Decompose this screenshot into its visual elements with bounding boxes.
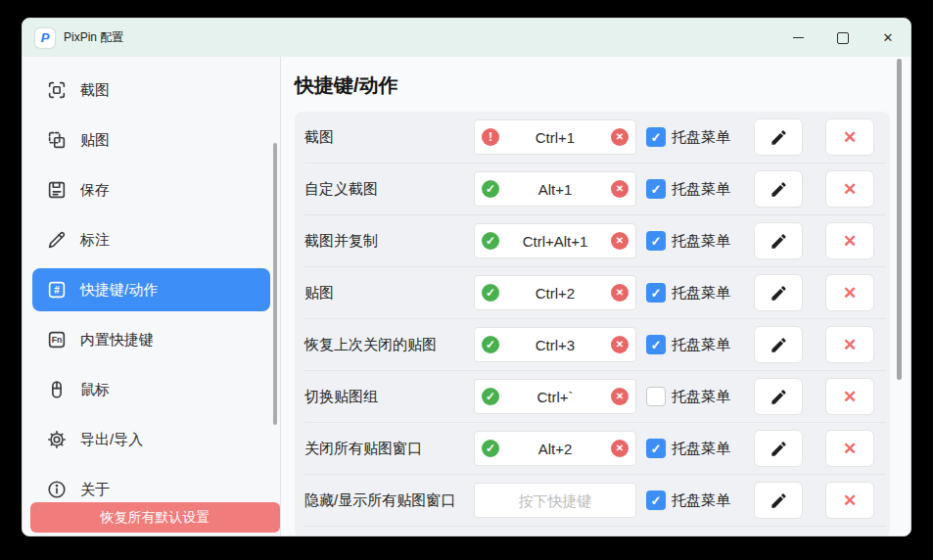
sidebar-item-annotate[interactable]: 标注 <box>32 218 270 261</box>
hotkey-row: 自定义截图 托盘菜单 <box>304 163 886 215</box>
tray-menu-option: 托盘菜单 <box>646 283 740 303</box>
sidebar: 截图 贴图 保存 标注 # 快捷键/动作 Fn 内置快捷键 鼠标 导出/导入 关… <box>23 57 281 537</box>
clear-hotkey-icon[interactable] <box>611 388 629 405</box>
tray-menu-label: 托盘菜单 <box>672 284 730 303</box>
tray-menu-checkbox[interactable] <box>646 179 666 199</box>
sidebar-item-label: 标注 <box>80 231 110 250</box>
main-scrollbar-thumb[interactable] <box>897 59 902 380</box>
svg-text:#: # <box>54 285 60 296</box>
sidebar-item-label: 关于 <box>80 481 110 499</box>
minimize-icon <box>793 37 804 38</box>
pencil-icon <box>770 440 788 458</box>
tray-menu-label: 托盘菜单 <box>672 180 730 199</box>
tray-menu-checkbox[interactable] <box>646 387 666 406</box>
hotkey-row: 切换贴图组 托盘菜单 <box>304 371 886 423</box>
tray-menu-option: 托盘菜单 <box>646 179 740 199</box>
edit-hotkey-button[interactable] <box>754 274 803 311</box>
hotkey-status-icon <box>482 388 499 405</box>
mouse-icon <box>46 379 68 400</box>
edit-hotkey-button[interactable] <box>754 430 803 467</box>
hotkey-status-icon <box>482 336 499 353</box>
tray-menu-option: 托盘菜单 <box>646 439 740 458</box>
tray-menu-label: 托盘菜单 <box>672 491 730 510</box>
hotkey-row: 贴图 托盘菜单 <box>304 267 886 319</box>
tray-menu-option: 托盘菜单 <box>646 231 740 251</box>
clear-hotkey-icon[interactable] <box>611 128 629 146</box>
hotkey-row: 截图并复制 托盘菜单 <box>304 215 886 267</box>
hotkey-row: 关闭所有贴图窗口 托盘菜单 <box>304 423 886 475</box>
sidebar-nav: 截图 贴图 保存 标注 # 快捷键/动作 Fn 内置快捷键 鼠标 导出/导入 关… <box>23 69 280 511</box>
tray-menu-checkbox[interactable] <box>646 283 666 303</box>
hotkey-panel: 截图 托盘菜单 自定义截图 托盘菜单 <box>295 112 890 537</box>
pixpin-logo-icon: P <box>35 28 55 48</box>
delete-hotkey-button[interactable] <box>825 482 874 519</box>
delete-hotkey-button[interactable] <box>825 378 874 415</box>
hotkey-row-label: 自定义截图 <box>304 180 474 199</box>
edit-hotkey-button[interactable] <box>754 222 803 259</box>
clear-hotkey-icon[interactable] <box>611 180 629 198</box>
sidebar-scrollbar-thumb[interactable] <box>273 143 277 425</box>
delete-hotkey-button[interactable] <box>825 326 874 363</box>
hotkey-row: 隐藏/显示所有贴图窗口 托盘菜单 <box>304 475 886 527</box>
reset-defaults-button[interactable]: 恢复所有默认设置 <box>30 502 280 533</box>
clear-hotkey-icon[interactable] <box>611 284 629 302</box>
tray-menu-checkbox[interactable] <box>646 335 666 354</box>
clear-hotkey-icon[interactable] <box>611 440 629 457</box>
sidebar-item-fn[interactable]: Fn 内置快捷键 <box>32 318 270 361</box>
edit-hotkey-button[interactable] <box>754 326 803 363</box>
hotkey-input-wrap <box>474 431 636 466</box>
hotkey-row: 截图 托盘菜单 <box>304 112 886 163</box>
tray-menu-checkbox[interactable] <box>646 490 666 510</box>
hotkey-row-label: 截图 <box>304 128 474 147</box>
sidebar-item-pin[interactable]: 贴图 <box>32 118 270 162</box>
delete-hotkey-button[interactable] <box>825 274 874 311</box>
tray-menu-label: 托盘菜单 <box>672 336 730 354</box>
edit-hotkey-button[interactable] <box>754 378 803 415</box>
pencil-icon <box>770 491 788 510</box>
hotkey-input-wrap <box>474 119 636 155</box>
hotkey-row: 恢复上次关闭的贴图 托盘菜单 <box>304 319 886 371</box>
main-content: 快捷键/动作 截图 托盘菜单 自定义截图 托盘菜单 <box>281 57 910 537</box>
sidebar-item-gear[interactable]: 导出/导入 <box>32 418 270 461</box>
edit-hotkey-button[interactable] <box>754 118 803 156</box>
window-title: PixPin 配置 <box>64 29 123 46</box>
sidebar-item-screenshot[interactable]: 截图 <box>32 69 270 112</box>
clear-hotkey-icon[interactable] <box>611 336 629 353</box>
minimize-button[interactable] <box>775 19 820 57</box>
maximize-button[interactable] <box>820 19 865 57</box>
sidebar-item-save[interactable]: 保存 <box>32 168 270 211</box>
gear-icon <box>46 429 68 450</box>
tray-menu-checkbox[interactable] <box>646 439 666 458</box>
delete-hotkey-button[interactable] <box>825 430 874 467</box>
hotkey-icon: # <box>46 279 68 301</box>
annotate-icon <box>46 229 68 251</box>
delete-hotkey-button[interactable] <box>825 170 874 208</box>
hotkey-input-wrap <box>474 379 636 414</box>
sidebar-item-mouse[interactable]: 鼠标 <box>32 368 270 411</box>
hotkey-input-wrap <box>474 327 636 362</box>
hotkey-input[interactable] <box>475 484 635 517</box>
tray-menu-checkbox[interactable] <box>646 127 666 147</box>
tray-menu-label: 托盘菜单 <box>672 388 730 406</box>
edit-hotkey-button[interactable] <box>754 170 803 208</box>
sidebar-item-label: 内置快捷键 <box>80 331 154 350</box>
titlebar[interactable]: P PixPin 配置 <box>23 19 910 57</box>
clear-hotkey-icon[interactable] <box>611 232 629 250</box>
hotkey-status-icon <box>482 284 499 302</box>
save-icon <box>46 179 68 201</box>
hotkey-row-label: 切换贴图组 <box>304 388 474 406</box>
edit-hotkey-button[interactable] <box>754 482 803 519</box>
delete-hotkey-button[interactable] <box>825 222 874 259</box>
hotkey-status-icon <box>482 440 499 457</box>
pencil-icon <box>770 180 788 199</box>
window-controls <box>775 19 910 57</box>
hotkey-status-icon <box>482 128 499 146</box>
sidebar-item-hotkey[interactable]: # 快捷键/动作 <box>32 268 270 311</box>
tray-menu-checkbox[interactable] <box>646 231 666 251</box>
delete-hotkey-button[interactable] <box>825 118 874 156</box>
hotkey-input-wrap <box>474 171 636 207</box>
pixpin-config-window: P PixPin 配置 截图 贴图 保存 标注 # 快捷键/动作 Fn 内置快捷… <box>22 18 911 537</box>
hotkey-input-wrap <box>474 483 636 518</box>
hotkey-row-label: 恢复上次关闭的贴图 <box>304 336 474 354</box>
close-button[interactable] <box>865 19 910 57</box>
